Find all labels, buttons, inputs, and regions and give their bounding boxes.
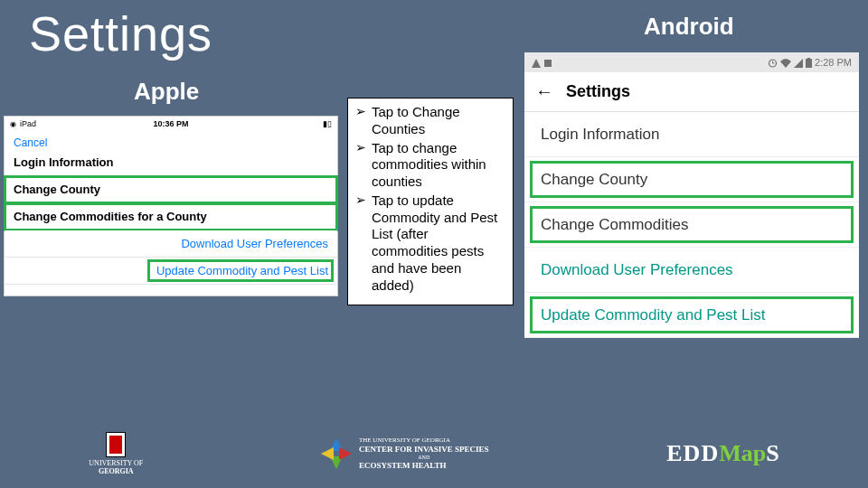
battery-icon <box>806 58 812 68</box>
android-header-title: Settings <box>566 82 630 101</box>
signal-icon <box>794 59 803 68</box>
instruction-item: Tap to change commodities within countie… <box>355 140 505 191</box>
uga-shield-icon <box>106 432 126 457</box>
eddmaps-logo: EDDMapS <box>666 440 778 467</box>
uga-text-2: GEORGIA <box>99 468 134 476</box>
footer-logos: UNIVERSITY OF GEORGIA THE UNIVERSITY OF … <box>0 427 868 481</box>
center-text: CENTER FOR INVASIVE SPECIES <box>359 445 489 455</box>
uga-logo: UNIVERSITY OF GEORGIA <box>89 432 143 476</box>
center-text: THE UNIVERSITY OF GEORGIA <box>359 436 489 444</box>
row-change-county[interactable]: Change County <box>5 176 337 203</box>
instructions-box: Tap to Change Counties Tap to change com… <box>347 98 514 305</box>
apple-column-label: Apple <box>134 78 199 106</box>
page-title: Settings <box>29 5 212 61</box>
row-download-preferences[interactable]: Download User Preferences <box>5 230 337 258</box>
row-change-commodities[interactable]: Change Commodities <box>524 202 859 248</box>
row-change-county[interactable]: Change County <box>524 157 859 202</box>
apple-settings-panel: iPad 10:36 PM ▮▯ Cancel Login Informatio… <box>4 116 338 296</box>
wifi-icon <box>780 59 791 68</box>
instruction-item: Tap to Change Counties <box>355 104 505 138</box>
apple-status-time: 10:36 PM <box>5 119 337 128</box>
compass-icon <box>321 438 352 469</box>
cancel-button[interactable]: Cancel <box>5 131 337 149</box>
instruction-item: Tap to update Commodity and Pest List (a… <box>355 192 505 295</box>
back-arrow-icon[interactable]: ← <box>535 81 553 102</box>
svg-marker-5 <box>794 59 803 68</box>
row-change-commodities[interactable]: Change Commodities for a County <box>5 203 337 230</box>
row-update-commodity-list[interactable]: Update Commodity and Pest List <box>524 293 859 338</box>
apple-status-bar: iPad 10:36 PM ▮▯ <box>5 117 337 131</box>
edd-text: S <box>766 440 778 467</box>
center-text: ECOSYSTEM HEALTH <box>359 461 489 471</box>
android-status-time: 2:28 PM <box>815 57 852 68</box>
android-settings-panel: 2:28 PM ← Settings Login Information Cha… <box>524 52 859 338</box>
android-column-label: Android <box>644 13 734 41</box>
row-login-information[interactable]: Login Information <box>524 112 859 157</box>
svg-rect-6 <box>806 59 812 68</box>
row-update-commodity-list[interactable]: Update Commodity and Pest List <box>5 258 337 285</box>
invasive-species-logo: THE UNIVERSITY OF GEORGIA CENTER FOR INV… <box>321 436 489 470</box>
status-notif-icons <box>532 57 552 68</box>
svg-rect-1 <box>544 60 552 67</box>
edd-text: EDD <box>666 440 719 467</box>
status-right-icons: 2:28 PM <box>768 57 852 69</box>
center-text: AND <box>359 455 489 461</box>
svg-rect-7 <box>807 58 810 59</box>
alarm-icon <box>768 58 778 68</box>
android-status-bar: 2:28 PM <box>524 52 859 72</box>
android-header: ← Settings <box>524 72 859 112</box>
svg-marker-0 <box>532 59 541 68</box>
edd-text: Map <box>719 440 766 467</box>
row-login-information[interactable]: Login Information <box>5 149 337 176</box>
row-download-preferences[interactable]: Download User Preferences <box>524 248 859 293</box>
